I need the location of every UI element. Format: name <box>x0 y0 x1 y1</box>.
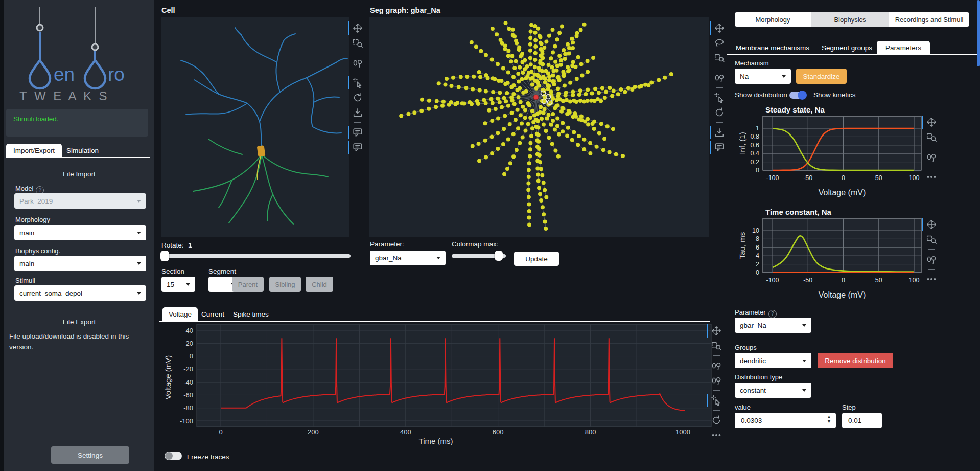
sibling-button[interactable]: Sibling <box>269 277 301 292</box>
select-icon[interactable] <box>711 375 722 386</box>
chat-icon[interactable] <box>714 142 725 153</box>
svg-text:200: 200 <box>308 428 319 436</box>
select-icon[interactable] <box>926 151 937 163</box>
file-import-heading: File Import <box>4 170 154 178</box>
tab-current[interactable]: Current <box>195 307 230 321</box>
main-tab-recordings-stimuli[interactable]: Recordings and Stimuli <box>889 12 969 27</box>
parent-button[interactable]: Parent <box>232 277 264 292</box>
colormap-slider-handle[interactable] <box>495 251 503 261</box>
value-label: value <box>735 403 751 411</box>
mechanism-select[interactable]: Na <box>735 69 791 84</box>
right-parameter-select[interactable]: gbar_Na <box>735 318 811 333</box>
remove-distribution-button[interactable]: Remove distribution <box>818 353 893 368</box>
stimuli-select[interactable]: current_soma_depol <box>14 285 146 301</box>
refresh-icon[interactable] <box>711 415 722 426</box>
model-label-text: Model <box>15 185 33 192</box>
logo-text-en: en <box>54 64 75 85</box>
parameter-label-seg: Parameter: <box>370 240 404 248</box>
groups-select[interactable]: dendritic <box>735 353 811 368</box>
refresh-icon[interactable] <box>352 92 363 103</box>
tab-spike-times[interactable]: Spike times <box>227 307 275 321</box>
seg-graph-title: Seg graph: gbar_Na <box>370 6 440 14</box>
dots-icon[interactable] <box>711 430 722 441</box>
update-button[interactable]: Update <box>514 252 559 266</box>
value-input-text: 0.0303 <box>741 417 762 424</box>
svg-text:4: 4 <box>756 252 759 259</box>
freeze-traces-toggle[interactable] <box>165 452 182 460</box>
section-select-value: 15 <box>167 281 174 288</box>
seg-parameter-select[interactable]: gbar_Na <box>370 251 446 265</box>
zoombox-icon[interactable] <box>352 37 363 49</box>
zoombox-icon[interactable] <box>926 131 937 143</box>
zoombox-icon[interactable] <box>714 52 725 63</box>
kinetics-toggle[interactable] <box>789 92 806 99</box>
plot-modebar <box>926 219 937 285</box>
tab-voltage[interactable]: Voltage <box>162 307 198 321</box>
dots-icon[interactable] <box>926 171 937 183</box>
main-tab-biophysics[interactable]: Biophysics <box>811 12 889 27</box>
child-button[interactable]: Child <box>306 277 333 292</box>
modebar-separator <box>716 68 723 68</box>
chevron-down-icon <box>802 389 806 392</box>
svg-text:50: 50 <box>875 277 882 284</box>
pan-icon[interactable] <box>926 117 937 128</box>
distribution-type-select-value: constant <box>740 387 766 394</box>
parent-button-label: Parent <box>238 281 258 288</box>
chat-icon[interactable] <box>352 142 363 153</box>
help-icon[interactable] <box>768 310 777 318</box>
pan-icon[interactable] <box>926 219 937 230</box>
morphology-select[interactable]: main <box>14 225 146 240</box>
chat-icon[interactable] <box>352 127 363 138</box>
voltage-plot[interactable]: 0200400600800100040200-20-40-60-80-100Vo… <box>159 322 712 436</box>
segment-label: Segment <box>208 267 236 275</box>
tab-import-export[interactable]: Import/Export <box>6 144 62 157</box>
download-icon[interactable] <box>714 127 725 138</box>
show-distribution-label: Show distribution <box>735 91 787 99</box>
tab-simulation[interactable]: Simulation <box>59 144 106 157</box>
settings-button[interactable]: Settings <box>51 446 129 464</box>
soma-marker[interactable] <box>257 145 266 157</box>
chevron-down-icon <box>782 75 786 78</box>
step-input[interactable]: 0.01 <box>842 413 882 428</box>
svg-text:-100: -100 <box>766 277 779 284</box>
pan-icon[interactable] <box>711 325 722 337</box>
scrollbar-thumb[interactable] <box>977 0 980 66</box>
refresh-icon[interactable] <box>714 107 725 118</box>
main-tab-biophysics-label: Biophysics <box>834 16 866 24</box>
select-icon[interactable] <box>926 254 937 265</box>
sparkle-icon[interactable] <box>711 395 722 406</box>
select-icon[interactable] <box>352 57 363 69</box>
download-icon[interactable] <box>352 107 363 118</box>
lasso-icon[interactable] <box>714 37 725 49</box>
svg-text:Voltage (mV): Voltage (mV) <box>164 355 172 400</box>
rotate-slider-handle[interactable] <box>160 251 169 261</box>
zoombox-icon[interactable] <box>926 234 937 245</box>
biophys-select[interactable]: main <box>14 256 146 271</box>
file-export-note: File upload/download is disabled in this… <box>9 331 150 353</box>
model-select-value: Park_2019 <box>19 197 53 205</box>
cell-viewport[interactable] <box>161 17 349 237</box>
subtab-membrane-mechanisms[interactable]: Membrane mechanisms <box>731 41 814 54</box>
subtab-parameters[interactable]: Parameters <box>877 41 930 54</box>
subtab-segment-groups[interactable]: Segment groups <box>816 41 877 54</box>
pan-icon[interactable] <box>714 23 725 34</box>
zoombox-icon[interactable] <box>711 340 722 351</box>
segment-graph-canvas[interactable] <box>369 17 709 237</box>
rotate-slider-track[interactable] <box>161 254 351 258</box>
distribution-type-select[interactable]: constant <box>735 383 811 398</box>
svg-text:Voltage (mV): Voltage (mV) <box>819 290 866 299</box>
stepper-arrows-icon[interactable] <box>827 415 831 424</box>
main-tab-morphology[interactable]: Morphology <box>735 12 811 27</box>
pan-icon[interactable] <box>352 23 363 34</box>
model-select: Park_2019 <box>14 193 146 209</box>
svg-text:50: 50 <box>875 174 882 182</box>
sparkle-icon[interactable] <box>714 92 725 103</box>
section-select[interactable]: 15 <box>161 277 195 292</box>
standardize-button[interactable]: Standardize <box>796 69 847 84</box>
value-input[interactable]: 0.0303 <box>735 413 836 428</box>
select-icon[interactable] <box>711 360 722 371</box>
select-icon[interactable] <box>714 72 725 83</box>
sparkle-icon[interactable] <box>352 77 363 88</box>
dots-icon[interactable] <box>926 274 937 285</box>
groups-label: Groups <box>735 344 757 351</box>
